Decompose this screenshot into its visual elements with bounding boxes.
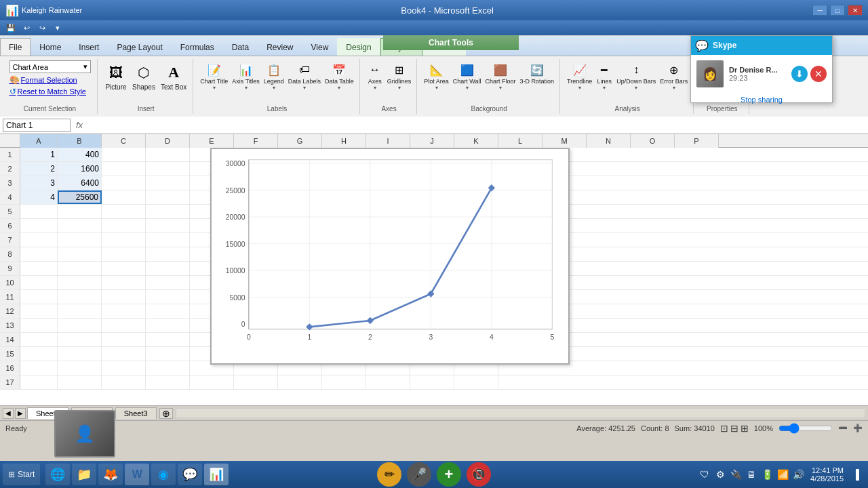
cell-A3[interactable]: 3 (20, 176, 58, 190)
cell-D1[interactable] (146, 148, 190, 161)
cell-C9[interactable] (102, 262, 146, 275)
customize-quick-btn[interactable]: ▾ (51, 22, 64, 34)
add-sheet-btn[interactable]: ⊕ (159, 408, 173, 419)
taskbar-cortana-btn[interactable]: ◉ (151, 464, 176, 485)
gridlines-button[interactable]: ⊞ Gridlines ▾ (386, 60, 413, 92)
cell-B9[interactable] (58, 262, 102, 275)
col-header-A[interactable]: A (20, 134, 58, 148)
taskbar-explorer-btn[interactable]: 📁 (72, 464, 96, 485)
cell-C1[interactable] (102, 148, 146, 161)
cell-B17[interactable] (58, 375, 102, 389)
zoom-out-btn[interactable]: ➖ (838, 424, 848, 432)
tab-formulas[interactable]: Formulas (172, 38, 223, 56)
taskbar-word-btn[interactable]: W (125, 464, 149, 485)
cell-A11[interactable] (20, 290, 58, 304)
chart-area-dropdown[interactable]: Chart Area ▾ (9, 60, 91, 73)
cell-C17[interactable] (102, 375, 146, 389)
cell-D13[interactable] (146, 319, 190, 332)
cell-A10[interactable] (20, 276, 58, 289)
col-header-E[interactable]: E (190, 134, 234, 148)
cell-A5[interactable] (20, 205, 58, 218)
tray-volume-icon[interactable]: 🔊 (791, 468, 805, 481)
tray-network-icon[interactable]: 🖥 (745, 468, 758, 481)
charttitle-button[interactable]: 📝 Chart Title ▾ (199, 60, 229, 92)
cell-D15[interactable] (146, 347, 190, 361)
datatable-button[interactable]: 📅 Data Table ▾ (323, 60, 355, 92)
tray-settings-icon[interactable]: ⚙ (713, 468, 727, 481)
cell-F17[interactable] (234, 375, 278, 389)
cell-A7[interactable] (20, 233, 58, 247)
cell-C10[interactable] (102, 276, 146, 289)
cell-C12[interactable] (102, 304, 146, 318)
col-header-N[interactable]: N (587, 134, 631, 148)
cell-G17[interactable] (278, 375, 322, 389)
col-header-H[interactable]: H (322, 134, 366, 148)
errorbars-button[interactable]: ⊕ Error Bars ▾ (658, 60, 689, 92)
sheet-nav-right[interactable]: ▶ (15, 408, 26, 419)
picture-button[interactable]: 🖼 Picture (103, 60, 129, 92)
chartwall-button[interactable]: 🟦 Chart Wall ▾ (452, 60, 483, 92)
save-quick-btn[interactable]: 💾 (4, 22, 18, 34)
col-header-C[interactable]: C (102, 134, 146, 148)
page-break-view-btn[interactable]: ⊞ (741, 423, 749, 434)
tab-insert[interactable]: Insert (70, 38, 108, 56)
cell-A6[interactable] (20, 219, 58, 232)
cell-C14[interactable] (102, 333, 146, 346)
shapes-button[interactable]: ⬡ Shapes (130, 60, 157, 92)
legend-button[interactable]: 📋 Legend ▾ (262, 60, 285, 92)
datalabels-button[interactable]: 🏷 Data Labels ▾ (287, 60, 322, 92)
restore-button[interactable]: □ (830, 5, 845, 16)
cell-D4[interactable] (146, 190, 190, 204)
tray-security-icon[interactable]: 🛡 (698, 468, 711, 481)
col-header-O[interactable]: O (631, 134, 675, 148)
cell-D16[interactable] (146, 361, 190, 375)
cell-B3[interactable]: 6400 (58, 176, 102, 190)
tab-home[interactable]: Home (31, 38, 70, 56)
col-header-B[interactable]: B (58, 134, 102, 148)
cell-B13[interactable] (58, 319, 102, 332)
cell-D14[interactable] (146, 333, 190, 346)
cell-A2[interactable]: 2 (20, 162, 58, 176)
cell-A15[interactable] (20, 347, 58, 361)
undo-quick-btn[interactable]: ↩ (20, 22, 33, 34)
tab-view[interactable]: View (302, 38, 338, 56)
updownbars-button[interactable]: ↕ Up/Down Bars ▾ (615, 60, 657, 92)
cell-B1[interactable]: 400 (58, 148, 102, 161)
tab-data[interactable]: Data (223, 38, 258, 56)
start-button[interactable]: ⊞ Start (3, 464, 40, 485)
cell-D3[interactable] (146, 176, 190, 190)
3drotation-button[interactable]: 🔄 3-D Rotation (519, 60, 556, 86)
cell-D5[interactable] (146, 205, 190, 218)
cell-A12[interactable] (20, 304, 58, 318)
chart-container[interactable]: 30000 25000 20000 15000 10000 5000 0 (210, 148, 570, 365)
chartfloor-button[interactable]: 🟫 Chart Floor ▾ (484, 60, 517, 92)
cell-B15[interactable] (58, 347, 102, 361)
cell-A4[interactable]: 4 (20, 190, 58, 204)
cell-H17[interactable] (322, 375, 366, 389)
skype-end-btn[interactable]: ✕ (810, 66, 827, 82)
cell-D11[interactable] (146, 290, 190, 304)
cell-C2[interactable] (102, 162, 146, 176)
stop-sharing-btn[interactable]: Stop sharing (691, 93, 832, 106)
col-header-G[interactable]: G (278, 134, 322, 148)
cell-A14[interactable] (20, 333, 58, 346)
cell-B8[interactable] (58, 247, 102, 261)
cell-I17[interactable] (366, 375, 410, 389)
cell-C13[interactable] (102, 319, 146, 332)
cell-B16[interactable] (58, 361, 102, 375)
col-header-I[interactable]: I (366, 134, 410, 148)
col-header-M[interactable]: M (542, 134, 587, 148)
cell-D9[interactable] (146, 262, 190, 275)
cell-E17[interactable] (190, 375, 234, 389)
cell-D10[interactable] (146, 276, 190, 289)
zoom-slider[interactable] (778, 424, 833, 433)
name-box[interactable]: Chart 1 (3, 119, 71, 132)
col-header-D[interactable]: D (146, 134, 190, 148)
cell-C15[interactable] (102, 347, 146, 361)
col-header-F[interactable]: F (234, 134, 278, 148)
cell-B2[interactable]: 1600 (58, 162, 102, 176)
col-header-P[interactable]: P (675, 134, 719, 148)
cell-A9[interactable] (20, 262, 58, 275)
cell-A8[interactable] (20, 247, 58, 261)
end-call-btn[interactable]: 📵 (467, 462, 491, 487)
